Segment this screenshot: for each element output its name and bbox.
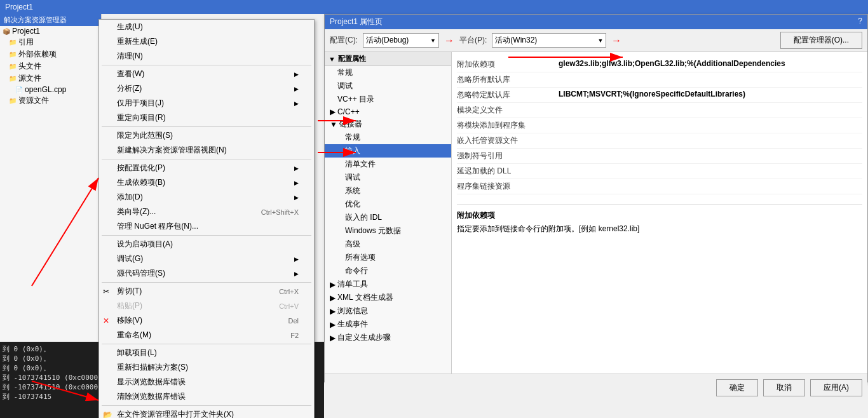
tree-item-references[interactable]: 📁 引用 [0, 36, 101, 48]
menu-optimize[interactable]: 按配置优化(P) [99, 161, 314, 175]
menu-unload-label: 卸载项目(L) [117, 347, 157, 358]
apply-button[interactable]: 应用(A) [810, 379, 862, 396]
extdeps-icon: 📁 [9, 51, 17, 58]
config-dropdown[interactable]: 活动(Debug) ▼ [363, 33, 439, 48]
description-text: 指定要添加到链接命令行的附加项。[例如 kernel32.lib] [457, 224, 862, 234]
menu-open-folder[interactable]: 📂 在文件资源管理器中打开文件夹(X) [99, 407, 314, 418]
separator-2 [102, 126, 311, 127]
tree-cpp-group[interactable]: ▶ C/C++ [325, 106, 451, 118]
menu-cut[interactable]: ✂ 剪切(T) Ctrl+X [99, 284, 314, 299]
menu-view[interactable]: 查看(W) [99, 67, 314, 81]
tree-linker-all-options[interactable]: 所有选项 [325, 251, 451, 264]
separator-7 [102, 405, 311, 406]
menu-show-browse-errors-label: 显示浏览数据库错误 [117, 377, 186, 388]
prop-row-ignore-specific: 忽略特定默认库 LIBCMT;MSVCRT;%(IgnoreSpecificDe… [457, 88, 862, 103]
tree-linker-idl[interactable]: 嵌入的 IDL [325, 211, 451, 224]
tree-debug[interactable]: 调试 [325, 79, 451, 93]
menu-add[interactable]: 添加(D) [99, 190, 314, 205]
menu-class-wizard-shortcut: Ctrl+Shift+X [261, 208, 299, 216]
config-manager-btn[interactable]: 配置管理器(O)... [780, 32, 862, 49]
prop-value-additional-deps[interactable]: glew32s.lib;glfw3.lib;OpenGL32.lib;%(Add… [559, 59, 862, 68]
tree-general[interactable]: 常规 [325, 66, 451, 79]
tree-linker-winmeta[interactable]: Windows 元数据 [325, 224, 451, 238]
menu-generate[interactable]: 生成(U) [99, 20, 314, 34]
tree-browse-label: 浏览信息 [337, 306, 368, 316]
menu-set-startup-label: 设为启动项目(A) [117, 239, 173, 250]
menu-rescan[interactable]: 重新扫描解决方案(S) [99, 360, 314, 375]
tree-linker-optimize[interactable]: 优化 [325, 198, 451, 211]
prop-row-module-def: 模块定义文件 [457, 103, 862, 118]
solution-explorer-title: 解决方案资源管理器 [4, 16, 67, 24]
ok-button[interactable]: 确定 [716, 379, 758, 396]
project-label: Project1 [12, 27, 40, 36]
menu-rename[interactable]: 重命名(M) F2 [99, 328, 314, 342]
prop-name-delay-dll: 延迟加载的 DLL [457, 166, 559, 177]
menu-project-only[interactable]: 仅用于项目(J) [99, 96, 314, 111]
prop-row-force-symbol: 强制符号引用 [457, 149, 862, 164]
menu-regenerate-label: 重新生成(E) [117, 36, 158, 47]
menu-build-deps[interactable]: 生成依赖项(B) [99, 175, 314, 190]
cancel-button[interactable]: 取消 [763, 379, 805, 396]
menu-debug[interactable]: 调试(G) [99, 252, 314, 266]
tree-custom-build-group[interactable]: ▶ 自定义生成步骤 [325, 331, 451, 344]
tree-browse-group[interactable]: ▶ 浏览信息 [325, 304, 451, 318]
tree-item-resources[interactable]: 📁 资源文件 [0, 95, 101, 107]
menu-redirect[interactable]: 重定向项目(R) [99, 111, 314, 125]
separator-5 [102, 282, 311, 283]
menu-set-startup[interactable]: 设为启动项目(A) [99, 237, 314, 252]
tree-linker-debug[interactable]: 调试 [325, 171, 451, 184]
menu-class-wizard-label: 类向导(Z)... [117, 206, 156, 217]
menu-generate-label: 生成(U) [117, 22, 143, 32]
tree-manifest-tools-group[interactable]: ▶ 清单工具 [325, 278, 451, 291]
menu-new-view[interactable]: 新建解决方案资源管理器视图(N) [99, 143, 314, 158]
props-tree: ▼ 配置属性 常规 调试 VC++ 目录 ▶ C/C++ ▼ 链接器 常规 输入… [325, 52, 452, 374]
context-menu: 生成(U) 重新生成(E) 清理(N) 查看(W) 分析(Z) 仅用于项目(J)… [98, 19, 315, 418]
tree-linker-input[interactable]: 输入 [325, 144, 451, 158]
solution-explorer-header: 解决方案资源管理器 [0, 14, 101, 26]
menu-redirect-label: 重定向项目(R) [117, 112, 166, 123]
tree-linker-group[interactable]: ▼ 链接器 [325, 118, 451, 131]
opengl-icon: 📄 [15, 86, 23, 93]
menu-clean[interactable]: 清理(N) [99, 49, 314, 64]
tree-xml-group[interactable]: ▶ XML 文档生成器 [325, 291, 451, 304]
menu-rescan-label: 重新扫描解决方案(S) [117, 362, 188, 373]
config-value: 活动(Debug) [366, 35, 409, 46]
props-tree-header[interactable]: ▼ 配置属性 [325, 52, 451, 66]
menu-source-control[interactable]: 源代码管理(S) [99, 266, 314, 281]
headers-icon: 📁 [9, 63, 17, 70]
tree-item-headers[interactable]: 📁 头文件 [0, 60, 101, 72]
tree-build-events-expand: ▶ [330, 320, 336, 329]
prop-name-module-def: 模块定义文件 [457, 105, 559, 116]
tree-linker-advanced[interactable]: 高级 [325, 238, 451, 251]
prop-value-ignore-specific[interactable]: LIBCMT;MSVCRT;%(IgnoreSpecificDefaultLib… [559, 90, 862, 98]
tree-vc-dirs[interactable]: VC++ 目录 [325, 93, 451, 106]
menu-clean-label: 清理(N) [117, 51, 143, 62]
tree-linker-cmdline[interactable]: 命令行 [325, 264, 451, 278]
menu-scope[interactable]: 限定为此范围(S) [99, 128, 314, 143]
menu-analyze[interactable]: 分析(Z) [99, 81, 314, 96]
tree-item-project[interactable]: 📦 Project1 [0, 26, 101, 36]
tree-cpp-label: C/C++ [337, 107, 360, 116]
menu-build-deps-label: 生成依赖项(B) [117, 177, 165, 188]
platform-dropdown[interactable]: 活动(Win32) ▼ [492, 33, 606, 48]
menu-paste[interactable]: 粘贴(P) Ctrl+V [99, 299, 314, 313]
menu-nuget[interactable]: 管理 NuGet 程序包(N)... [99, 219, 314, 234]
separator-4 [102, 235, 311, 236]
platform-value: 活动(Win32) [495, 35, 537, 46]
tree-manifest-expand: ▶ [330, 280, 336, 289]
tree-item-sources[interactable]: 📁 源文件 [0, 72, 101, 84]
menu-clear-browse-errors[interactable]: 清除浏览数据库错误 [99, 389, 314, 404]
tree-item-opengl[interactable]: 📄 openGL.cpp [0, 84, 101, 95]
tree-linker-manifest[interactable]: 清单文件 [325, 158, 451, 171]
menu-show-browse-errors[interactable]: 显示浏览数据库错误 [99, 375, 314, 389]
menu-unload[interactable]: 卸载项目(L) [99, 346, 314, 360]
menu-remove[interactable]: ✕ 移除(V) Del [99, 313, 314, 328]
menu-regenerate[interactable]: 重新生成(E) [99, 34, 314, 49]
tree-linker-general[interactable]: 常规 [325, 131, 451, 144]
tree-build-events-group[interactable]: ▶ 生成事件 [325, 318, 451, 331]
menu-optimize-label: 按配置优化(P) [117, 163, 165, 173]
tree-linker-system[interactable]: 系统 [325, 184, 451, 198]
tree-item-extdeps[interactable]: 📁 外部依赖项 [0, 48, 101, 60]
menu-class-wizard[interactable]: 类向导(Z)... Ctrl+Shift+X [99, 205, 314, 219]
props-help-btn[interactable]: ? [858, 17, 862, 27]
